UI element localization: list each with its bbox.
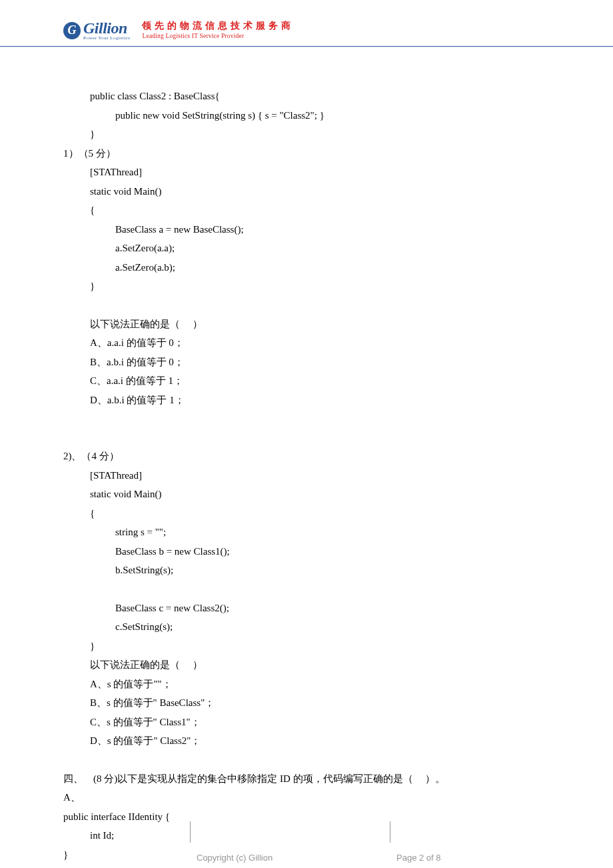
document-header: G Gillion Power Your Logistics 领先的物流信息技术… (0, 0, 613, 47)
footer-divider (390, 821, 390, 843)
code-line: static void Main() (63, 485, 550, 504)
code-line: BaseClass c = new Class2(); (63, 599, 550, 618)
option-a: A、s 的值等于""； (63, 675, 550, 694)
code-line: c.SetString(s); (63, 617, 550, 637)
code-line: public new void SetString(string s) { s … (63, 106, 550, 125)
tagline-chinese: 领先的物流信息技术服务商 (142, 20, 294, 32)
option-b: B、s 的值等于" BaseClass"； (63, 693, 550, 713)
code-line: BaseClass a = new BaseClass(); (63, 220, 550, 239)
footer-version: Version: 1.0 (197, 865, 273, 869)
code-line: public class Class2 : BaseClass{ (63, 87, 550, 106)
logo: G Gillion Power Your Logistics (63, 20, 130, 41)
code-line: } (63, 277, 550, 296)
logo-icon: G (63, 22, 81, 39)
code-line: b.SetString(s); (63, 561, 550, 580)
code-line: a.SetZero(a.b); (63, 258, 550, 277)
code-line: BaseClass b = new Class1(); (63, 542, 550, 561)
option-d: D、a.b.i 的值等于 1； (63, 391, 550, 410)
question-4-header: 四、 (8 分)以下是实现从指定的集合中移除指定 ID 的项，代码编写正确的是（… (63, 769, 550, 789)
code-line: [STAThread] (63, 466, 550, 485)
code-line: { (63, 504, 550, 523)
tagline-english: Leading Logistics IT Service Provider (142, 32, 294, 40)
question-1-header: 1）（5 分） (63, 144, 550, 163)
code-line: a.SetZero(a.a); (63, 239, 550, 258)
code-line: public interface IIdentity { (63, 807, 550, 827)
footer-divider (190, 821, 191, 843)
code-line: [STAThread] (63, 163, 550, 182)
footer-page: Page 2 of 8 (396, 851, 462, 865)
code-line: { (63, 201, 550, 220)
question-2-prompt: 以下说法正确的是（ ） (63, 655, 550, 675)
question-2-header: 2)、（4 分） (63, 447, 550, 466)
footer-year: Year: 21.10.2010 (396, 865, 462, 869)
option-a-label: A、 (63, 788, 550, 807)
option-b: B、a.b.i 的值等于 0； (63, 353, 550, 372)
document-content: public class Class2 : BaseClass{ public … (0, 47, 613, 868)
code-line: } (63, 125, 550, 144)
code-line: string s = ""; (63, 523, 550, 542)
tagline: 领先的物流信息技术服务商 Leading Logistics IT Servic… (142, 20, 294, 41)
option-d: D、s 的值等于" Class2"； (63, 731, 550, 751)
logo-subtitle: Power Your Logistics (83, 36, 130, 41)
code-line: } (63, 845, 550, 865)
code-line: int Id; (63, 826, 550, 845)
question-1-prompt: 以下说法正确的是（ ） (63, 315, 550, 334)
footer-copyright: Copyright (c) Gillion (197, 851, 273, 865)
logo-text: Gillion (83, 20, 130, 36)
option-c: C、s 的值等于" Class1"； (63, 713, 550, 732)
code-line: } (63, 637, 550, 656)
option-a: A、a.a.i 的值等于 0； (63, 333, 550, 353)
code-line: static void Main() (63, 182, 550, 201)
option-c: C、a.a.i 的值等于 1； (63, 371, 550, 391)
